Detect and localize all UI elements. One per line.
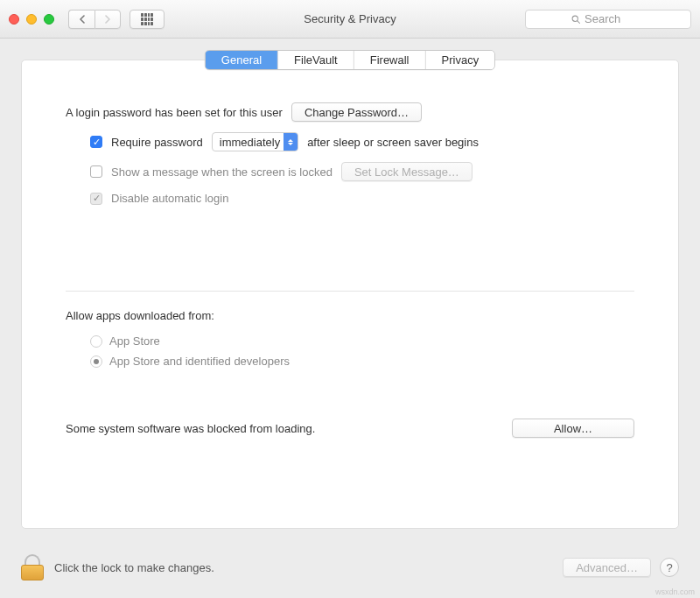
nav-back-forward [68, 10, 121, 29]
show-message-label: Show a message when the screen is locked [111, 165, 332, 179]
grid-icon [141, 13, 153, 25]
radio-appstore [90, 335, 102, 348]
gatekeeper-option-identified[interactable]: App Store and identified developers [66, 355, 634, 368]
disable-auto-login-row: Disable automatic login [66, 192, 634, 205]
help-button[interactable]: ? [660, 558, 679, 577]
blocked-software-row: Some system software was blocked from lo… [66, 419, 634, 438]
show-message-row: Show a message when the screen is locked… [66, 162, 634, 181]
gatekeeper-title: Allow apps downloaded from: [66, 309, 634, 322]
zoom-window-button[interactable] [44, 14, 54, 25]
show-message-checkbox[interactable] [90, 165, 102, 178]
show-all-prefs-button[interactable] [130, 10, 164, 29]
lock-body-icon [21, 565, 44, 580]
advanced-button[interactable]: Advanced… [563, 558, 651, 577]
chevron-left-icon [79, 15, 86, 24]
blocked-software-text: Some system software was blocked from lo… [66, 422, 315, 435]
section-divider [66, 291, 634, 292]
require-password-delay-popup[interactable]: immediately [212, 132, 298, 151]
lock-button[interactable] [21, 554, 44, 580]
allow-button[interactable]: Allow… [512, 419, 634, 438]
back-button[interactable] [68, 10, 94, 29]
window-toolbar: Security & Privacy [0, 0, 700, 39]
disable-auto-login-label: Disable automatic login [111, 192, 228, 205]
gatekeeper-option-appstore[interactable]: App Store [66, 334, 634, 348]
require-password-label-suffix: after sleep or screen saver begins [307, 136, 479, 149]
tab-firewall[interactable]: Firewall [354, 51, 426, 69]
require-password-row: Require password immediately after sleep… [66, 132, 634, 151]
traffic-lights [9, 14, 54, 25]
disable-auto-login-checkbox[interactable] [90, 193, 102, 205]
footer: Click the lock to make changes. Advanced… [21, 549, 679, 586]
preferences-pane: General FileVault Firewall Privacy A log… [21, 60, 679, 529]
watermark: wsxdn.com [655, 587, 695, 596]
svg-line-1 [578, 20, 580, 23]
gatekeeper-option-label: App Store and identified developers [109, 355, 290, 368]
require-password-delay-value: immediately [220, 136, 280, 149]
change-password-button[interactable]: Change Password… [291, 102, 422, 122]
require-password-checkbox[interactable] [90, 136, 102, 148]
tab-general[interactable]: General [206, 51, 278, 69]
forward-button[interactable] [94, 10, 121, 29]
tab-privacy[interactable]: Privacy [426, 51, 495, 69]
login-password-row: A login password has been set for this u… [66, 102, 634, 122]
tab-bar: General FileVault Firewall Privacy [205, 50, 495, 70]
require-password-label-prefix: Require password [111, 136, 203, 149]
radio-identified [90, 355, 102, 368]
chevron-right-icon [104, 15, 111, 24]
minimize-window-button[interactable] [26, 14, 37, 25]
popup-arrows-icon [284, 133, 298, 151]
search-field[interactable] [525, 10, 691, 29]
tab-filevault[interactable]: FileVault [278, 51, 354, 69]
gatekeeper-option-label: App Store [109, 334, 160, 348]
login-password-text: A login password has been set for this u… [66, 106, 283, 119]
search-input[interactable] [584, 12, 646, 25]
search-icon [570, 14, 581, 25]
lock-hint-text: Click the lock to make changes. [54, 561, 214, 574]
set-lock-message-button[interactable]: Set Lock Message… [341, 162, 472, 181]
close-window-button[interactable] [9, 14, 19, 25]
